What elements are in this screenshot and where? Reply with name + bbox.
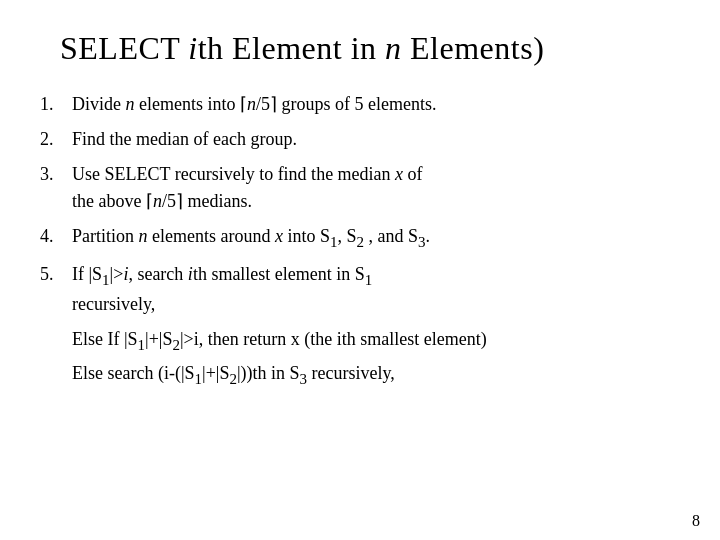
item-number: 2.	[40, 126, 72, 153]
content-list: 1. Divide n elements into ⌈n/5⌉ groups o…	[40, 91, 680, 390]
item-number: 4.	[40, 223, 72, 253]
item-text: Divide n elements into ⌈n/5⌉ groups of 5…	[72, 91, 436, 118]
item-text: If |S1|>i, search ith smallest element i…	[72, 261, 372, 318]
item-number: 1.	[40, 91, 72, 118]
item-number: 5.	[40, 261, 72, 318]
sub-item: Else search (i-(|S1|+|S2|))th in S3 recu…	[72, 360, 680, 390]
item-text: Use SELECT recursively to find the media…	[72, 161, 423, 215]
list-item: 2. Find the median of each group.	[40, 126, 680, 153]
title-italic-n: n	[385, 30, 402, 66]
item-number: 3.	[40, 161, 72, 215]
list-item: 5. If |S1|>i, search ith smallest elemen…	[40, 261, 680, 318]
list-item: 4. Partition n elements around x into S1…	[40, 223, 680, 253]
list-item: 3. Use SELECT recursively to find the me…	[40, 161, 680, 215]
slide-title: SELECT ith Element in n Elements)	[40, 30, 680, 67]
slide: SELECT ith Element in n Elements) 1. Div…	[0, 0, 720, 540]
item-text: Find the median of each group.	[72, 126, 297, 153]
page-number: 8	[692, 512, 700, 530]
title-italic-i: i	[188, 30, 197, 66]
item-text: Partition n elements around x into S1, S…	[72, 223, 430, 253]
sub-item: Else If |S1|+|S2|>i, then return x (the …	[72, 326, 680, 356]
list-item: 1. Divide n elements into ⌈n/5⌉ groups o…	[40, 91, 680, 118]
